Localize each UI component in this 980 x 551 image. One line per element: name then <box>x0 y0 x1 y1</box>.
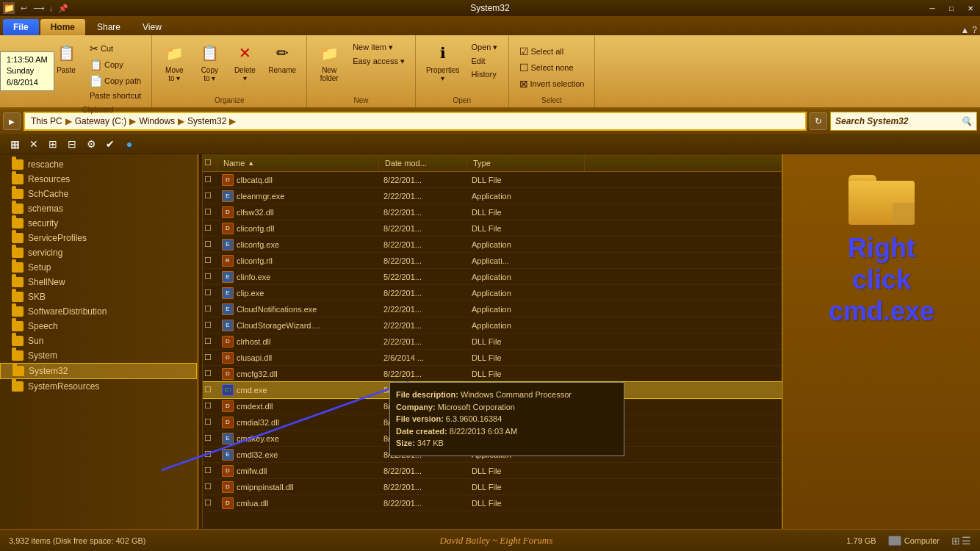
window-title: System32 <box>470 3 509 13</box>
sidebar-item-softwaredistribution[interactable]: SoftwareDistribution <box>0 304 197 319</box>
address-path[interactable]: This PC ▶ Gateway (C:) ▶ Windows ▶ Syste… <box>24 112 807 131</box>
edit-button[interactable]: Edit <box>469 55 501 67</box>
folder-large-icon <box>849 169 915 225</box>
file-row-cmcfg32[interactable]: ☐ D cmcfg32.dll 8/22/201... DLL File <box>203 366 782 382</box>
sidebar-item-schcache[interactable]: SchCache <box>0 187 197 201</box>
copy-to-button[interactable]: 📋 Copyto ▾ <box>193 38 226 85</box>
sidebar-item-serviceprofiles[interactable]: ServiceProfiles <box>0 231 197 245</box>
delete-icon: ✕ <box>233 41 256 65</box>
file-row-cliconfg-exe[interactable]: ☐ E cliconfg.exe 8/22/201... Application <box>203 237 782 253</box>
view-pane-btn5[interactable]: ⚙ <box>82 135 100 153</box>
properties-button[interactable]: ℹ Properties▾ <box>422 38 464 85</box>
view-pane-btn3[interactable]: ⊞ <box>44 135 62 153</box>
paste-button[interactable]: 📋 Paste <box>50 38 82 77</box>
folder-icon <box>12 218 24 228</box>
file-row-cloudstoragewizard[interactable]: ☐ E CloudStorageWizard.... 2/22/201... A… <box>203 317 782 334</box>
title-bar-buttons[interactable]: ─ □ ✕ <box>923 0 980 16</box>
open-buttons: ℹ Properties▾ Open ▾ Edit History <box>422 38 502 95</box>
view-pane-btn6[interactable]: ✔ <box>101 135 119 153</box>
file-row-cloudnotifications[interactable]: ☐ E CloudNotifications.exe 2/22/201... A… <box>203 301 782 317</box>
search-box[interactable]: Search System32 🔍 <box>830 112 977 131</box>
file-row-clusapi[interactable]: ☐ D clusapi.dll 2/6/2014 ... DLL File <box>203 350 782 366</box>
history-button[interactable]: History <box>469 68 501 80</box>
computer-icon-bar[interactable]: Computer <box>888 536 940 546</box>
new-small-group: New item ▾ Easy access ▾ <box>348 38 409 71</box>
file-row-cliconfg-rll[interactable]: ☐ R cliconfg.rll 8/22/201... Applicati..… <box>203 253 782 269</box>
list-view-icon[interactable]: ⊞ <box>951 535 960 547</box>
path-windows[interactable]: Windows <box>139 116 175 126</box>
new-item-button[interactable]: New item ▾ <box>350 41 408 54</box>
new-folder-button[interactable]: 📁 Newfolder <box>313 38 345 85</box>
copy-button[interactable]: 📋 Copy <box>87 57 144 72</box>
sidebar-item-speech[interactable]: Speech <box>0 319 197 334</box>
maximize-button[interactable]: □ <box>942 0 961 16</box>
select-none-button[interactable]: ☐ Select none <box>516 60 588 75</box>
file-row-cleanmgr[interactable]: ☐ E cleanmgr.exe 2/22/201... Application <box>203 188 782 204</box>
file-row-clip[interactable]: ☐ E clip.exe 8/22/201... Application <box>203 285 782 301</box>
open-button[interactable]: Open ▾ <box>469 41 501 54</box>
file-icon: E <box>222 287 234 299</box>
sidebar-item-systemresources[interactable]: SystemResources <box>0 379 197 394</box>
path-system32[interactable]: System32 <box>187 116 226 126</box>
file-row-cliconfg-dll[interactable]: ☐ D cliconfg.dll 8/22/201... DLL File <box>203 220 782 237</box>
sidebar-item-shellnew[interactable]: ShellNew <box>0 275 197 289</box>
sidebar-item-system[interactable]: System <box>0 348 197 363</box>
col-header-date[interactable]: Date mod... <box>379 154 467 171</box>
view-pane-btn7[interactable]: ● <box>120 135 138 153</box>
file-row-clinfo[interactable]: ☐ E clinfo.exe 5/22/201... Application <box>203 269 782 285</box>
view-pane-btn1[interactable]: ▦ <box>6 135 24 153</box>
sidebar-item-rescache[interactable]: rescache <box>0 157 197 172</box>
copy-path-icon: 📄 <box>90 75 102 87</box>
select-all-button[interactable]: ☑ Select all <box>516 44 588 59</box>
ribbon-collapse-btn[interactable]: ▲ <box>960 25 969 35</box>
paste-shortcut-button[interactable]: Paste shortcut <box>87 90 144 101</box>
cut-button[interactable]: ✂ Cut <box>87 41 144 56</box>
detail-view-icon[interactable]: ☰ <box>962 535 971 547</box>
sidebar-item-sun[interactable]: Sun <box>0 334 197 348</box>
back-button[interactable]: ▶ <box>3 112 21 130</box>
ribbon-help-btn[interactable]: ? <box>972 25 977 35</box>
path-gateway[interactable]: Gateway (C:) <box>75 116 127 126</box>
col-header-checkbox[interactable]: ☐ <box>203 154 217 171</box>
sidebar-item-system32[interactable]: System32 <box>0 363 197 379</box>
sidebar-item-security[interactable]: security <box>0 216 197 231</box>
folder-icon <box>12 277 24 287</box>
sidebar-item-skb[interactable]: SKB <box>0 289 197 304</box>
view-pane-btn4[interactable]: ⊟ <box>63 135 81 153</box>
close-button[interactable]: ✕ <box>961 0 980 16</box>
select-group-label: Select <box>541 95 562 104</box>
file-row-cmifw[interactable]: ☐ D cmifw.dll 8/22/201... DLL File <box>203 463 782 479</box>
tab-share[interactable]: Share <box>87 19 131 35</box>
delete-button[interactable]: ✕ Delete▾ <box>228 38 261 85</box>
folder-icon <box>12 350 24 361</box>
path-thispc[interactable]: This PC <box>31 116 62 126</box>
file-row-clfsw32[interactable]: ☐ D clfsw32.dll 8/22/201... DLL File <box>203 204 782 220</box>
rename-button[interactable]: ✏ Rename <box>264 38 300 77</box>
copy-path-button[interactable]: 📄 Copy path <box>87 73 144 88</box>
file-row-cmipnpinstall[interactable]: ☐ D cmipnpinstall.dll 8/22/201... DLL Fi… <box>203 479 782 495</box>
move-to-button[interactable]: 📁 Moveto ▾ <box>158 38 190 85</box>
sidebar-item-setup[interactable]: Setup <box>0 260 197 275</box>
folder-icon <box>12 233 24 243</box>
refresh-button[interactable]: ↻ <box>810 112 827 130</box>
file-icon: E <box>222 239 234 251</box>
file-icon: D <box>222 223 234 234</box>
sidebar-item-resources[interactable]: Resources <box>0 172 197 187</box>
view-toggle-icons[interactable]: ⊞ ☰ <box>951 535 971 547</box>
easy-access-button[interactable]: Easy access ▾ <box>350 55 408 68</box>
tab-view[interactable]: View <box>132 19 172 35</box>
sidebar-item-schemas[interactable]: schemas <box>0 201 197 216</box>
folder-icon <box>12 381 24 392</box>
file-icon-cmd: C:\ <box>222 384 234 396</box>
file-row-clrhost[interactable]: ☐ D clrhost.dll 2/22/201... DLL File <box>203 334 782 350</box>
file-row-clbcatq[interactable]: ☐ D clbcatq.dll 8/22/201... DLL File <box>203 172 782 188</box>
tab-file[interactable]: File <box>3 19 39 35</box>
invert-selection-button[interactable]: ⊠ Invert selection <box>516 76 588 91</box>
file-row-cmlua[interactable]: ☐ D cmlua.dll 8/22/201... DLL File <box>203 495 782 511</box>
tab-home[interactable]: Home <box>40 19 85 35</box>
view-pane-btn2[interactable]: ✕ <box>25 135 43 153</box>
col-header-name[interactable]: Name ▲ <box>217 154 379 171</box>
minimize-button[interactable]: ─ <box>923 0 942 16</box>
sidebar-item-servicing[interactable]: servicing <box>0 245 197 260</box>
col-header-type[interactable]: Type <box>467 154 585 171</box>
